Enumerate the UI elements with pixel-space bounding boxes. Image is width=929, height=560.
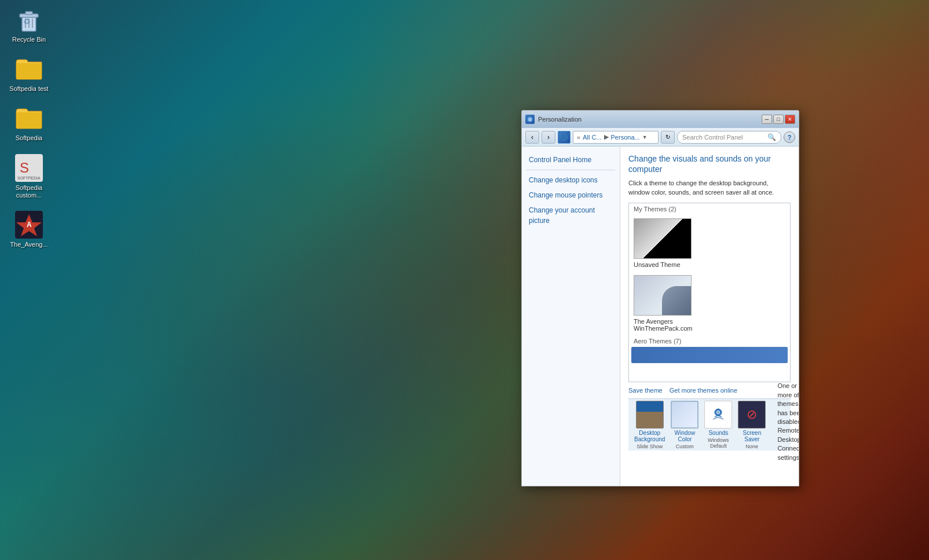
control-panel-window: ⚙ Personalization ─ □ ✕ ‹ › « All C... ▶…	[521, 110, 799, 486]
window-color-label[interactable]: Window Color	[671, 430, 698, 442]
window-color-item[interactable]: Window Color Custom	[671, 401, 698, 449]
save-theme-link[interactable]: Save theme	[628, 387, 663, 394]
breadcrumb-persona[interactable]: Persona...	[611, 134, 640, 141]
main-heading: Change the visuals and sounds on your co…	[628, 153, 791, 174]
softpedia-icon[interactable]: Softpedia	[6, 104, 52, 142]
desktop-icons-container: ♻ Recycle Bin Softpedia test	[0, 0, 58, 254]
close-button[interactable]: ✕	[785, 115, 795, 124]
maximize-button[interactable]: □	[773, 115, 784, 124]
softpedia-custom-label: Softpedia custom...	[6, 184, 52, 199]
title-bar-buttons: ─ □ ✕	[762, 115, 795, 124]
recycle-bin-image: ♻	[15, 6, 43, 34]
sidebar-item-change-mouse-pointers[interactable]: Change mouse pointers	[522, 188, 620, 203]
softpedia-test-image	[15, 55, 43, 83]
back-button[interactable]: ‹	[525, 131, 539, 144]
search-box[interactable]: Search Control Panel 🔍	[677, 131, 781, 144]
minimize-button[interactable]: ─	[762, 115, 772, 124]
desktop-background-icon	[636, 401, 664, 429]
sounds-icon	[704, 401, 732, 429]
avengers-icon[interactable]: A The_Aveng...	[6, 211, 52, 248]
address-bar: ‹ › « All C... ▶ Persona... ▼ ↻ Search C…	[522, 128, 799, 147]
softpedia-test-label: Softpedia test	[9, 85, 48, 93]
desktop-background-item[interactable]: Desktop Background Slide Show	[634, 401, 665, 449]
main-content: Change the visuals and sounds on your co…	[620, 147, 799, 486]
remote-note: One or more of the themes has been disab…	[777, 379, 799, 464]
recycle-bin-icon[interactable]: ♻ Recycle Bin	[6, 6, 52, 43]
window-color-sublabel: Custom	[676, 444, 694, 449]
sounds-label[interactable]: Sounds	[708, 430, 728, 436]
search-icon: 🔍	[767, 133, 776, 141]
svg-point-18	[718, 412, 719, 413]
softpedia-label: Softpedia	[16, 134, 42, 142]
breadcrumb-allc[interactable]: All C...	[583, 134, 601, 141]
svg-text:A: A	[27, 221, 32, 229]
avengers-image: A	[15, 211, 43, 239]
softpedia-test-icon[interactable]: Softpedia test	[6, 55, 52, 93]
main-description: Click a theme to change the desktop back…	[628, 179, 791, 197]
svg-text:♻: ♻	[23, 17, 31, 26]
search-placeholder: Search Control Panel	[682, 134, 743, 141]
softpedia-custom-image: S SOFTPEDIA	[15, 154, 43, 182]
aero-themes-title: Aero Themes (7)	[629, 335, 790, 346]
refresh-button[interactable]: ↻	[661, 131, 675, 144]
svg-text:⚙: ⚙	[528, 118, 532, 122]
theme-actions: Save theme Get more themes online	[628, 387, 791, 394]
sidebar-item-change-account-picture[interactable]: Change your account picture	[522, 203, 620, 228]
forward-button[interactable]: ›	[542, 131, 555, 144]
screen-saver-sublabel: None	[746, 444, 759, 449]
svg-text:S: S	[20, 160, 29, 175]
window-title: Personalization	[538, 116, 581, 123]
breadcrumb-sep: ▶	[604, 133, 609, 141]
avengers-theme-label-line2: WinThemePack.com	[634, 325, 692, 332]
avengers-theme-thumbnail	[634, 275, 692, 316]
svg-rect-2	[25, 12, 32, 14]
my-themes-title: My Themes (2)	[629, 203, 790, 215]
unsaved-theme-item[interactable]: Unsaved Theme	[629, 215, 790, 272]
breadcrumb-text: «	[577, 134, 580, 141]
sidebar-item-control-panel-home[interactable]: Control Panel Home	[522, 152, 620, 167]
sounds-item[interactable]: Sounds Windows Default	[704, 401, 732, 449]
sounds-sublabel: Windows Default	[704, 437, 732, 449]
themes-list[interactable]: My Themes (2) Unsaved Theme The Aveng	[628, 203, 791, 382]
svg-text:SOFTPEDIA: SOFTPEDIA	[17, 176, 41, 180]
breadcrumb[interactable]: « All C... ▶ Persona... ▼	[573, 131, 659, 144]
desktop-background-sublabel: Slide Show	[637, 444, 663, 449]
screen-saver-icon	[738, 401, 766, 429]
sidebar-item-change-desktop-icons[interactable]: Change desktop icons	[522, 173, 620, 188]
window-color-icon	[671, 401, 698, 429]
control-panel-globe-icon	[558, 131, 570, 144]
title-bar: ⚙ Personalization ─ □ ✕	[522, 111, 799, 128]
breadcrumb-dropdown[interactable]: ▼	[642, 134, 648, 140]
svg-point-15	[561, 134, 568, 141]
avengers-theme-label-line1: The Avengers	[634, 318, 673, 325]
unsaved-theme-label: Unsaved Theme	[634, 261, 681, 268]
softpedia-custom-icon[interactable]: S SOFTPEDIA Softpedia custom...	[6, 154, 52, 199]
get-more-themes-link[interactable]: Get more themes online	[670, 387, 737, 394]
help-button[interactable]: ?	[784, 131, 795, 143]
sidebar: Control Panel Home Change desktop icons …	[522, 147, 620, 486]
recycle-bin-label: Recycle Bin	[12, 36, 46, 43]
softpedia-image	[15, 104, 43, 132]
unsaved-theme-thumbnail	[634, 218, 692, 259]
desktop: ♻ Recycle Bin Softpedia test	[0, 0, 929, 560]
desktop-background-label[interactable]: Desktop Background	[634, 430, 665, 442]
bottom-toolbar: Desktop Background Slide Show Window Col…	[628, 398, 791, 451]
screen-saver-label[interactable]: Screen Saver	[738, 430, 766, 442]
aero-scroll-area	[631, 347, 788, 363]
avengers-label: The_Aveng...	[10, 241, 47, 248]
screen-saver-item[interactable]: Screen Saver None	[738, 401, 766, 449]
avengers-theme-item[interactable]: The Avengers WinThemePack.com	[629, 272, 790, 335]
window-body: Control Panel Home Change desktop icons …	[522, 147, 799, 486]
